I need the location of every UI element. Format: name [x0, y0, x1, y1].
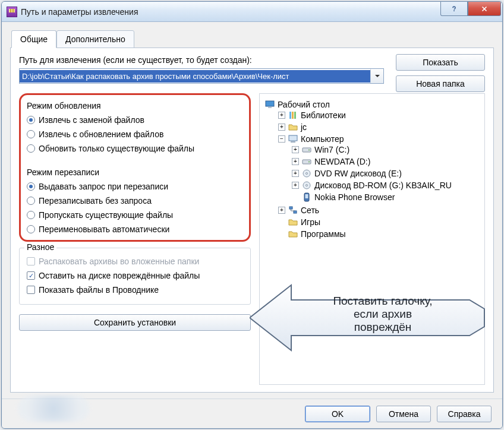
svg-point-10	[308, 162, 310, 163]
overwrite-ask-option[interactable]: Выдавать запрос при перезаписи	[24, 179, 245, 194]
highlight-frame: Режим обновления Извлечь с заменой файло…	[19, 93, 251, 242]
question-icon	[450, 5, 458, 13]
overwrite-skip-option[interactable]: Пропускать существующие файлы	[24, 208, 245, 222]
extraction-dialog: Путь и параметры извлечения Общие Дополн…	[1, 1, 503, 429]
tree-newdata[interactable]: +NEWDATA (D:)	[292, 157, 480, 166]
misc-keep-broken-option[interactable]: Оставить на диске повреждённые файлы	[27, 268, 243, 283]
path-value: D:\job\Статьи\Как распаковать архив прос…	[20, 70, 370, 83]
left-column: Режим обновления Извлечь с заменой файло…	[19, 93, 251, 385]
user-folder-icon	[288, 122, 298, 132]
titlebar: Путь и параметры извлечения	[2, 2, 502, 22]
tree-dvd[interactable]: +DVD RW дисковод (E:)	[292, 169, 480, 178]
svg-rect-0	[266, 101, 274, 106]
svg-rect-4	[294, 112, 296, 119]
path-combobox[interactable]: D:\job\Статьи\Как распаковать архив прос…	[19, 68, 384, 84]
misc-subfolders-option: Распаковать архивы во вложенные папки	[27, 254, 243, 268]
update-newer-option[interactable]: Извлечь с обновлением файлов	[27, 127, 243, 141]
annotation-callout: Поставить галочку, если архив повреждён	[250, 279, 487, 356]
svg-point-14	[306, 185, 308, 186]
expand-icon[interactable]: +	[292, 170, 299, 177]
phone-icon	[301, 192, 312, 202]
tree-jc[interactable]: +jc	[278, 122, 480, 132]
app-icon	[7, 7, 17, 17]
dialog-buttons: OK Отмена Справка	[2, 399, 502, 428]
watermark	[18, 396, 89, 422]
svg-rect-3	[292, 112, 294, 119]
drive-icon	[301, 145, 312, 154]
misc-show-explorer-option[interactable]: Показать файлы в Проводнике	[27, 283, 243, 297]
svg-rect-6	[291, 141, 295, 143]
expand-icon[interactable]: +	[292, 158, 299, 165]
expand-icon[interactable]: +	[292, 182, 299, 189]
svg-rect-17	[289, 207, 292, 209]
tree-nokia[interactable]: Nokia Phone Browser	[292, 192, 480, 202]
help-window-button[interactable]	[440, 2, 468, 16]
close-window-button[interactable]	[468, 2, 501, 16]
window-buttons	[440, 2, 502, 21]
expand-icon[interactable]: +	[292, 146, 299, 153]
expand-icon[interactable]: +	[278, 207, 285, 214]
ok-button[interactable]: OK	[305, 406, 370, 422]
svg-rect-16	[305, 194, 308, 198]
path-label: Путь для извлечения (если не существует,…	[19, 55, 384, 65]
network-icon	[288, 205, 298, 215]
tab-advanced[interactable]: Дополнительно	[56, 30, 134, 48]
svg-rect-2	[289, 112, 291, 119]
svg-point-8	[308, 150, 310, 151]
collapse-icon[interactable]: −	[278, 135, 285, 143]
show-button[interactable]: Показать	[396, 54, 485, 71]
cancel-button[interactable]: Отмена	[376, 406, 431, 422]
tree-computer[interactable]: −Компьютер	[278, 134, 480, 144]
checkbox-icon	[27, 257, 35, 265]
folder-icon	[288, 229, 298, 239]
radio-icon	[27, 182, 35, 191]
misc-legend: Разное	[24, 242, 56, 252]
tree-bd[interactable]: +Дисковод BD-ROM (G:) KB3AIK_RU	[292, 181, 480, 190]
tree-libraries[interactable]: +Библиотеки	[278, 110, 480, 120]
update-existing-option[interactable]: Обновить только существующие файлы	[27, 141, 243, 156]
save-settings-button[interactable]: Сохранить установки	[19, 314, 251, 331]
close-icon	[480, 5, 489, 13]
update-mode-legend: Режим обновления	[27, 101, 243, 110]
drive-icon	[301, 157, 312, 166]
tab-panel-general: Показать Новая папка Путь для извлечения…	[10, 48, 494, 393]
desktop-icon	[264, 100, 275, 109]
checkbox-icon	[27, 271, 35, 280]
radio-icon	[27, 211, 35, 219]
computer-icon	[288, 134, 298, 144]
radio-icon	[27, 197, 35, 205]
svg-rect-18	[294, 211, 297, 213]
tree-desktop[interactable]: Рабочий стол	[264, 100, 480, 109]
checkbox-icon	[27, 286, 35, 294]
overwrite-noask-option[interactable]: Перезаписывать без запроса	[24, 194, 245, 208]
tree-win7[interactable]: +Win7 (C:)	[292, 145, 480, 154]
radio-icon	[27, 225, 35, 233]
folder-icon	[288, 217, 298, 227]
tree-network[interactable]: +Сеть	[278, 205, 480, 215]
dialog-content: Общие Дополнительно Показать Новая папка…	[2, 22, 502, 399]
tree-games[interactable]: Игры	[278, 217, 480, 227]
new-folder-button[interactable]: Новая папка	[396, 75, 485, 92]
disc-icon	[301, 169, 312, 178]
svg-point-12	[306, 173, 308, 175]
disc-icon	[301, 181, 312, 190]
tabs: Общие Дополнительно	[10, 30, 494, 48]
misc-group: Разное Распаковать архивы во вложенные п…	[19, 248, 251, 305]
radio-icon	[27, 144, 35, 153]
window-title: Путь и параметры извлечения	[21, 7, 440, 17]
svg-rect-1	[268, 107, 272, 108]
chevron-down-icon	[374, 73, 380, 79]
update-replace-option[interactable]: Извлечь с заменой файлов	[27, 113, 243, 127]
radio-icon	[27, 116, 35, 124]
expand-icon[interactable]: +	[278, 112, 285, 119]
tab-general[interactable]: Общие	[11, 30, 56, 48]
overwrite-rename-option[interactable]: Переименовывать автоматически	[24, 222, 245, 236]
help-button[interactable]: Справка	[437, 406, 492, 422]
libraries-icon	[288, 110, 298, 120]
overwrite-mode-legend: Режим перезаписи	[27, 167, 245, 177]
tree-programs[interactable]: Программы	[278, 229, 480, 239]
path-dropdown-button[interactable]	[370, 69, 383, 83]
radio-icon	[27, 130, 35, 138]
update-mode-group: Режим обновления Извлечь с заменой файло…	[24, 99, 245, 162]
expand-icon[interactable]: +	[278, 124, 285, 131]
